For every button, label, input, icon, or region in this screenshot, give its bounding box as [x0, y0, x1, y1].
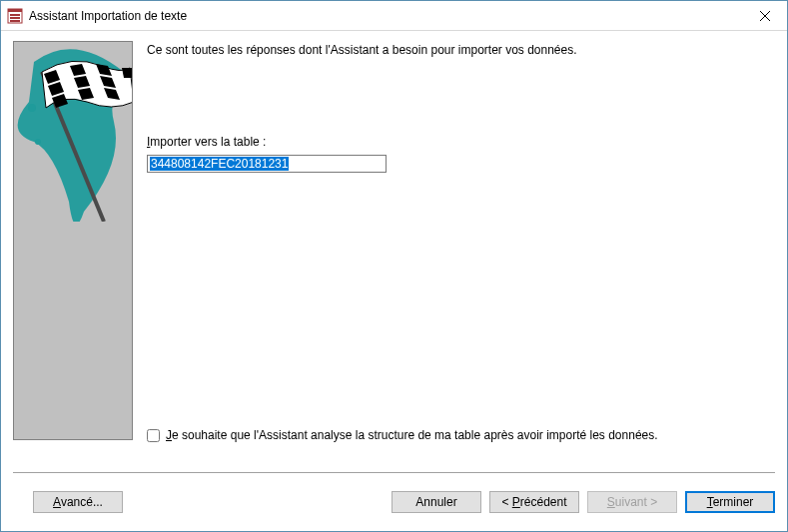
svg-rect-1: [8, 9, 22, 12]
wizard-footer: Avancé... Annuler < Précédent Suivant > …: [1, 473, 787, 531]
advanced-button[interactable]: Avancé...: [33, 491, 123, 513]
analyze-checkbox-label: Je souhaite que l'Assistant analyse la s…: [166, 428, 658, 442]
close-icon: [760, 11, 770, 21]
svg-point-8: [35, 139, 41, 145]
titlebar: Assistant Importation de texte: [1, 1, 787, 31]
analyze-checkbox-row[interactable]: Je souhaite que l'Assistant analyse la s…: [147, 428, 775, 442]
next-button: Suivant >: [587, 491, 677, 513]
svg-rect-4: [10, 20, 20, 22]
table-name-input[interactable]: 344808142FEC20181231: [147, 155, 387, 173]
cancel-button[interactable]: Annuler: [392, 491, 481, 513]
intro-text: Ce sont toutes les réponses dont l'Assis…: [147, 43, 775, 57]
checkered-flag-icon: [14, 42, 133, 222]
table-name-label: Importer vers la table :: [147, 135, 775, 149]
wizard-side-image: [13, 41, 133, 440]
wizard-window: Assistant Importation de texte: [0, 0, 788, 532]
close-button[interactable]: [742, 1, 787, 30]
svg-point-7: [28, 104, 36, 112]
svg-rect-2: [10, 14, 20, 16]
window-title: Assistant Importation de texte: [29, 9, 742, 23]
finish-button[interactable]: Terminer: [685, 491, 775, 513]
wizard-content: Ce sont toutes les réponses dont l'Assis…: [147, 41, 775, 472]
previous-button[interactable]: < Précédent: [489, 491, 579, 513]
analyze-checkbox[interactable]: [147, 429, 160, 442]
app-icon: [7, 8, 23, 24]
wizard-body: Ce sont toutes les réponses dont l'Assis…: [1, 31, 787, 472]
svg-rect-3: [10, 17, 20, 19]
